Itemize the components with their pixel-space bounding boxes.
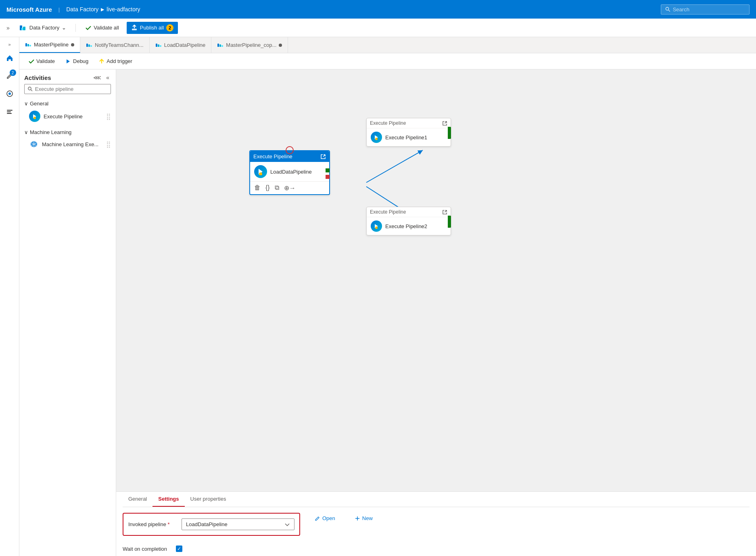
copy-node-btn[interactable]: ⧉ [274,183,280,193]
debug-button[interactable]: Debug [61,56,93,67]
nav-manage[interactable] [2,103,18,120]
svg-rect-22 [221,45,223,47]
debug-label: Debug [73,58,88,64]
invoked-pipeline-value: LoadDataPipeline [186,521,228,527]
collapse-icon[interactable]: ⋘ [92,73,103,82]
node2-header: Execute Pipeline [367,207,451,217]
top-bar: Microsoft Azure | Data Factory ▶ live-ad… [0,0,756,19]
execute-pipeline-label: Execute Pipeline [44,113,83,120]
svg-rect-15 [88,44,90,47]
expand-icon[interactable]: » [5,24,11,32]
new-label: New [362,515,373,521]
brand-label: Microsoft Azure [6,6,52,13]
breadcrumb-live-adfactory[interactable]: live-adfactory [107,6,140,13]
nav-edit[interactable]: 2 [2,68,18,84]
svg-point-30 [375,138,378,140]
publish-icon [131,25,138,31]
svg-rect-21 [219,44,221,47]
data-factory-label: Data Factory [29,25,59,31]
plus-icon [355,516,360,521]
pipeline-node-2[interactable]: Execute Pipeline [366,207,451,235]
node1-header-label: Execute Pipeline [370,120,406,126]
tab-master-copy[interactable]: MasterPipeline_cop... [211,37,288,53]
search-input[interactable] [673,6,745,13]
search-box[interactable] [661,4,750,15]
tab-notify[interactable]: NotifyTeamsChann... [80,37,150,53]
data-factory-button[interactable]: Data Factory ⌄ [15,21,71,34]
add-trigger-button[interactable]: Add trigger [94,56,137,67]
ml-icon [29,139,39,149]
required-star: * [168,521,170,527]
activity-search-input[interactable] [35,86,107,92]
breadcrumb-data-factory[interactable]: Data Factory [66,6,98,13]
main-node-body: LoadDataPipeline [250,162,329,181]
debug-icon [65,59,71,64]
validate-check-icon [29,59,34,64]
code-node-btn[interactable]: {} [265,183,271,193]
search-icon-activities [28,86,33,92]
tab-user-properties[interactable]: User properties [185,492,232,507]
separator: | [58,6,60,13]
drag-handle-ml[interactable]: ⣿ [106,141,111,148]
tab-master-pipeline[interactable]: MasterPipeline [19,37,80,53]
validate-button[interactable]: Validate [24,56,59,67]
nav-expand-btn[interactable]: » [6,40,12,48]
node-error-indicator [326,175,330,179]
invoked-pipeline-select[interactable]: LoadDataPipeline [182,518,294,530]
node-circle-indicator [286,146,294,154]
pencil-icon [315,516,320,521]
publish-all-button[interactable]: Publish all 2 [127,22,178,34]
svg-rect-11 [25,43,27,46]
main-layout: » 2 [0,37,756,556]
nav-home[interactable] [2,50,18,66]
external-link-icon[interactable] [320,154,326,159]
pipeline-tab-icon [25,42,31,48]
svg-rect-16 [90,45,92,47]
svg-point-0 [666,7,668,10]
nav-monitor[interactable] [2,86,18,102]
pipeline-canvas[interactable]: Execute Pipeline [116,69,756,491]
delete-node-btn[interactable]: 🗑 [253,183,261,193]
activities-header: Activities ⋘ « [19,69,116,84]
publish-badge: 2 [166,24,173,31]
select-chevron-icon [284,522,290,527]
wait-section: Wait on completion ✓ [123,541,750,556]
activity-search-box[interactable] [24,84,111,94]
execute-pipeline-item[interactable]: Execute Pipeline ⣿ [19,108,116,124]
node1-header: Execute Pipeline [367,118,451,128]
external-link-icon-1[interactable] [442,121,447,126]
tab-settings[interactable]: Settings [152,492,184,507]
new-button[interactable]: New [350,513,378,524]
node2-success-bar [448,216,451,228]
validate-label: Validate [36,58,55,64]
general-label: General [30,101,48,107]
secondary-toolbar: » Data Factory ⌄ Validate all Publish al… [0,19,756,37]
content-area: MasterPipeline NotifyTeamsChann... LoadD… [19,37,756,556]
tab-dot-1 [71,43,74,46]
validate-all-button[interactable]: Validate all [81,22,123,34]
expand-panel-icon[interactable]: « [104,73,111,82]
main-node-ep-icon [254,165,267,178]
add-trigger-label: Add trigger [107,58,132,64]
tab-load[interactable]: LoadDataPipeline [150,37,212,53]
split-area: Activities ⋘ « ∨ [19,69,756,556]
external-link-icon-2[interactable] [442,210,447,215]
svg-rect-5 [132,29,137,30]
ml-section-title[interactable]: ∨ Machine Learning [19,128,116,137]
wait-checkbox[interactable]: ✓ [176,546,182,552]
drag-handle-execute[interactable]: ⣿ [106,113,111,120]
general-section-title[interactable]: ∨ General [19,99,116,108]
connect-node-btn[interactable]: ⊕→ [283,183,297,193]
svg-point-7 [8,92,11,95]
tab-general-label: General [128,496,147,502]
invoked-pipeline-section: Invoked pipeline * LoadDataPipeline [123,513,300,536]
pipeline-node-1[interactable]: Execute Pipeline [366,118,451,147]
tab-general[interactable]: General [123,492,152,507]
open-button[interactable]: Open [310,513,340,524]
open-label: Open [322,515,335,521]
main-pipeline-node[interactable]: Execute Pipeline [249,150,330,195]
ml-execute-item[interactable]: Machine Learning Exe... ⣿ [19,137,116,151]
bottom-panel: General Settings User properties [116,491,756,556]
bottom-tabs: General Settings User properties [123,492,750,507]
validate-all-label: Validate all [94,25,119,31]
